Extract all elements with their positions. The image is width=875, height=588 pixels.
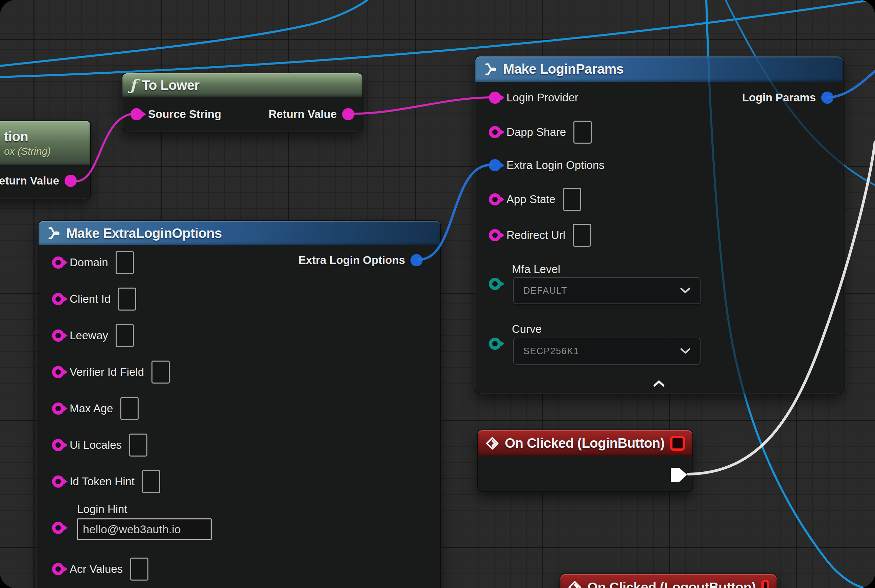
login-hint-pin[interactable]: [52, 522, 64, 534]
id-token-hint-pin[interactable]: [52, 476, 64, 488]
event-diamond-icon: [485, 436, 499, 450]
node-subtitle: ox (String): [4, 146, 51, 157]
app-state-input[interactable]: [563, 188, 581, 211]
extra-login-options-out-pin[interactable]: [410, 254, 422, 266]
mfa-level-label: Mfa Level: [512, 263, 560, 276]
node-to-lower[interactable]: ƒ To Lower Source String Return Value: [122, 73, 363, 132]
pin-label: Domain: [70, 256, 108, 269]
graph-canvas[interactable]: tion ox (String) eturn Value ƒ To Lower …: [0, 0, 875, 588]
pin-label: Redirect Url: [507, 229, 565, 242]
pin-label: Return Value: [268, 108, 337, 121]
node-title: On Clicked (LoginButton): [505, 436, 665, 451]
event-delegate-pin[interactable]: [670, 436, 685, 451]
pin-row-client-id: Client Id: [52, 288, 136, 310]
pin-label: Client Id: [70, 292, 111, 306]
domain-input[interactable]: [116, 251, 134, 274]
extra-login-options-pin[interactable]: [489, 159, 501, 171]
redirect-url-input[interactable]: [573, 224, 591, 247]
pin-row-extra-login-options: Extra Login Options: [489, 159, 604, 172]
chevron-down-icon: [680, 288, 690, 294]
pin-label: Id Token Hint: [70, 475, 135, 488]
node-title: On Clicked (LogoutButton): [587, 580, 756, 588]
login-hint-label: Login Hint: [77, 503, 128, 516]
pin-row-id-token-hint: Id Token Hint: [52, 470, 160, 493]
mfa-level-value: DEFAULT: [523, 285, 567, 296]
redirect-url-pin[interactable]: [489, 229, 501, 241]
acr-values-pin[interactable]: [52, 563, 64, 575]
node-header[interactable]: Make ExtraLoginOptions: [39, 221, 440, 245]
pin-label: Acr Values: [70, 562, 123, 576]
function-icon: ƒ: [130, 78, 136, 93]
collapse-pins-button[interactable]: [653, 380, 665, 388]
ui-locales-pin[interactable]: [52, 439, 64, 451]
wire-wire-lower-to-provider: [343, 98, 491, 114]
leeway-input[interactable]: [116, 324, 134, 347]
login-hint-input[interactable]: hello@web3auth.io: [77, 518, 212, 540]
return-value-pin[interactable]: [65, 175, 77, 187]
node-title: Make ExtraLoginOptions: [66, 226, 222, 241]
pin-label: Dapp Share: [507, 126, 566, 138]
pin-row-dapp-share: Dapp Share: [489, 121, 592, 144]
login-provider-pin[interactable]: [489, 92, 501, 104]
source-string-pin[interactable]: [131, 108, 143, 120]
dapp-share-pin[interactable]: [489, 126, 501, 138]
domain-pin[interactable]: [52, 256, 64, 268]
leeway-pin[interactable]: [52, 330, 64, 342]
node-make-login-params[interactable]: Make LoginParams Login Params Login Prov…: [475, 56, 843, 394]
ui-locales-input[interactable]: [129, 434, 147, 456]
max-age-input[interactable]: [120, 397, 138, 420]
pin-label: Max Age: [70, 402, 113, 415]
node-on-clicked-logout-button[interactable]: On Clicked (LogoutButton): [559, 573, 777, 588]
pin-row-app-state: App State: [489, 188, 581, 211]
pin-row-domain: Domain: [52, 251, 134, 274]
pin-row-leeway: Leeway: [52, 324, 134, 347]
pin-label: Login Params: [742, 91, 816, 104]
node-make-extra-login-options[interactable]: Make ExtraLoginOptions Extra Login Optio…: [38, 220, 441, 588]
make-struct-icon: [483, 63, 498, 76]
pin-label: App State: [507, 193, 555, 206]
client-id-input[interactable]: [118, 288, 136, 310]
verifier-id-field-pin[interactable]: [52, 366, 64, 378]
mfa-level-pin[interactable]: [489, 278, 501, 290]
exec-out-pin[interactable]: [671, 468, 687, 482]
chevron-up-icon: [653, 380, 665, 387]
dapp-share-input[interactable]: [573, 121, 592, 144]
pin-label: Verifier Id Field: [70, 366, 144, 378]
node-header[interactable]: On Clicked (LoginButton): [478, 430, 692, 456]
return-value-pin[interactable]: [342, 108, 354, 120]
node-on-clicked-login-button[interactable]: On Clicked (LoginButton): [477, 429, 693, 492]
id-token-hint-input[interactable]: [142, 470, 160, 493]
curve-label: Curve: [512, 323, 542, 336]
login-hint-value: hello@web3auth.io: [83, 523, 181, 536]
pin-label: Ui Locales: [70, 439, 122, 452]
pin-row-verifier-id-field: Verifier Id Field: [52, 361, 170, 384]
pin-label: Source String: [148, 108, 221, 121]
max-age-pin[interactable]: [52, 402, 64, 415]
mfa-level-dropdown[interactable]: DEFAULT: [513, 277, 701, 304]
event-delegate-pin[interactable]: [761, 580, 769, 588]
curve-pin[interactable]: [489, 338, 501, 350]
node-header[interactable]: ƒ To Lower: [122, 74, 362, 97]
blueprint-editor: tion ox (String) eturn Value ƒ To Lower …: [0, 0, 875, 588]
make-struct-icon: [46, 226, 61, 240]
node-header[interactable]: On Clicked (LogoutButton): [560, 574, 777, 588]
node-title: Make LoginParams: [503, 62, 624, 77]
pin-row-max-age: Max Age: [52, 397, 138, 420]
app-state-pin[interactable]: [489, 193, 501, 206]
node-title: To Lower: [142, 78, 200, 93]
pin-row-login-provider: Login Provider: [489, 91, 579, 104]
pin-label: Login Provider: [507, 91, 579, 104]
pin-label: Leeway: [70, 329, 108, 342]
curve-dropdown[interactable]: SECP256K1: [513, 338, 701, 364]
wire-bg-blue-topleft: [0, 0, 367, 66]
node-header[interactable]: Make LoginParams: [475, 56, 843, 82]
pin-label: Extra Login Options: [507, 159, 604, 172]
pin-row-ui-locales: Ui Locales: [52, 434, 147, 456]
verifier-id-field-input[interactable]: [152, 361, 170, 384]
node-header[interactable]: tion ox (String): [0, 121, 90, 165]
login-params-out-pin[interactable]: [821, 92, 833, 104]
node-getter-partial[interactable]: tion ox (String) eturn Value: [0, 120, 91, 200]
client-id-pin[interactable]: [52, 293, 64, 305]
chevron-down-icon: [680, 348, 690, 354]
acr-values-input[interactable]: [130, 558, 149, 580]
